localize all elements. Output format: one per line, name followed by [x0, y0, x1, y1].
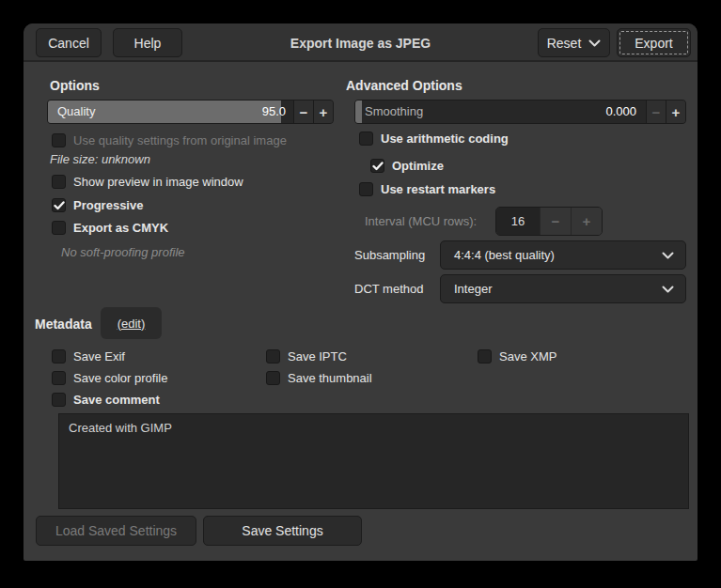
interval-label: Interval (MCU rows): [365, 214, 477, 228]
checkbox-optimize[interactable]: Optimize [370, 158, 444, 174]
checkbox-progressive[interactable]: Progressive [52, 197, 143, 213]
checkbox-box [478, 349, 492, 364]
checkbox-save-thumbnail[interactable]: Save thumbnail [266, 370, 372, 386]
checkbox-label: Save comment [73, 392, 160, 408]
cancel-button[interactable]: Cancel [36, 28, 102, 57]
checkbox-save-iptc[interactable]: Save IPTC [266, 348, 347, 364]
quality-slider-value: 95.0 [262, 101, 286, 123]
advanced-options-heading: Advanced Options [346, 78, 462, 93]
checkbox-box [266, 371, 280, 385]
checkbox-label: Progressive [73, 197, 143, 213]
plus-icon: + [583, 213, 591, 229]
interval-spinner: 16 − + [495, 207, 603, 236]
checkbox-arithmetic-coding[interactable]: Use arithmetic coding [359, 131, 509, 147]
save-settings-label: Save Settings [242, 523, 322, 538]
metadata-edit-button-label: (edit) [118, 317, 146, 331]
checkbox-label: Save Exif [73, 348, 125, 364]
smoothing-slider[interactable]: Smoothing 0.000 − + [354, 100, 686, 124]
reset-button-label: Reset [547, 36, 582, 51]
checkbox-label: Save XMP [499, 348, 556, 364]
soft-proofing-text: No soft-proofing profile [61, 245, 185, 259]
checkbox-label: Use quality settings from original image [73, 132, 287, 148]
checkbox-box [52, 175, 66, 189]
export-button-label: Export [635, 36, 672, 51]
subsampling-label: Subsampling [354, 248, 425, 262]
checkbox-label: Save IPTC [288, 348, 347, 364]
minus-icon: − [300, 104, 308, 120]
smoothing-increment-button[interactable]: + [666, 101, 685, 123]
check-icon [372, 162, 384, 171]
reset-button[interactable]: Reset [538, 28, 610, 57]
dct-method-dropdown[interactable]: Integer [440, 274, 686, 303]
checkbox-label: Export as CMYK [73, 220, 168, 236]
metadata-edit-button[interactable]: (edit) [101, 307, 162, 339]
checkbox-box [52, 133, 66, 147]
load-saved-settings-button: Load Saved Settings [36, 516, 196, 546]
checkbox-box [52, 371, 66, 385]
help-button[interactable]: Help [113, 28, 182, 57]
subsampling-dropdown[interactable]: 4:4:4 (best quality) [440, 240, 686, 270]
checkbox-box [52, 393, 66, 407]
minus-icon: − [652, 104, 661, 120]
help-button-label: Help [134, 36, 162, 51]
check-icon [54, 201, 65, 210]
checkbox-box [52, 349, 66, 364]
checkbox-export-cmyk[interactable]: Export as CMYK [52, 220, 168, 236]
checkbox-save-exif[interactable]: Save Exif [52, 348, 125, 364]
checkbox-box [266, 349, 280, 364]
quality-slider-label: Quality [57, 101, 95, 123]
checkbox-label: Save thumbnail [288, 370, 372, 386]
quality-decrement-button[interactable]: − [293, 101, 313, 123]
plus-icon: + [320, 104, 328, 120]
checkbox-box [370, 159, 384, 173]
checkbox-label: Save color profile [73, 370, 167, 386]
interval-spinner-value: 16 [496, 208, 540, 235]
interval-increment-button: + [571, 208, 602, 235]
smoothing-slider-value: 0.000 [605, 101, 636, 123]
smoothing-slider-label: Smoothing [365, 101, 423, 123]
checkbox-show-preview[interactable]: Show preview in image window [52, 174, 243, 190]
subsampling-dropdown-value: 4:4:4 (best quality) [441, 248, 662, 262]
dct-method-dropdown-value: Integer [441, 282, 662, 296]
smoothing-slider-fill [355, 101, 362, 123]
checkbox-save-comment[interactable]: Save comment [52, 392, 160, 408]
checkbox-save-color-profile[interactable]: Save color profile [52, 370, 167, 386]
chevron-down-icon [662, 252, 674, 259]
load-saved-settings-label: Load Saved Settings [55, 523, 177, 538]
smoothing-decrement-button: − [646, 101, 666, 123]
plus-icon: + [672, 104, 681, 120]
quality-increment-button[interactable]: + [313, 101, 333, 123]
comment-textarea[interactable]: Created with GIMP [58, 413, 689, 509]
checkbox-box [52, 198, 66, 212]
chevron-down-icon [662, 286, 674, 293]
checkbox-label: Use restart markers [381, 181, 495, 197]
export-jpeg-dialog: Export Image as JPEG Cancel Help Reset E… [24, 23, 697, 561]
checkbox-box [52, 221, 66, 235]
checkbox-save-xmp[interactable]: Save XMP [478, 348, 556, 364]
export-button[interactable]: Export [617, 28, 691, 57]
checkbox-box [359, 182, 373, 196]
checkbox-box [359, 132, 373, 146]
minus-icon: − [552, 213, 560, 229]
cancel-button-label: Cancel [48, 36, 89, 51]
interval-decrement-button: − [540, 208, 571, 235]
checkbox-label: Optimize [392, 158, 444, 174]
file-size-text: File size: unknown [50, 152, 150, 166]
options-heading: Options [50, 78, 100, 93]
checkbox-use-quality-settings: Use quality settings from original image [52, 132, 287, 148]
checkbox-label: Use arithmetic coding [381, 131, 509, 147]
metadata-heading: Metadata [35, 317, 92, 332]
quality-slider[interactable]: Quality 95.0 − + [47, 100, 334, 124]
chevron-down-icon [588, 39, 601, 47]
save-settings-button[interactable]: Save Settings [203, 516, 362, 546]
checkbox-label: Show preview in image window [73, 174, 243, 190]
checkbox-restart-markers[interactable]: Use restart markers [359, 181, 495, 197]
dct-method-label: DCT method [354, 282, 423, 296]
